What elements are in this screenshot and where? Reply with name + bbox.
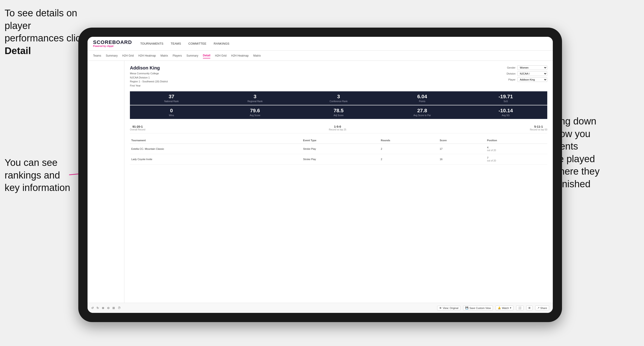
stat-national-rank: 37 National Rank xyxy=(130,91,213,105)
tab-summary2[interactable]: Summary xyxy=(186,53,198,58)
tab-h2h-grid[interactable]: H2H Grid xyxy=(122,53,134,58)
table-row: Lady Coyote Invite Stroke Play 2 16 7 ou… xyxy=(130,154,547,165)
watch-icon: 🔔 xyxy=(498,306,501,309)
position-1: 4 out of 20 xyxy=(486,144,547,154)
main-content: Addison King Mesa Community College NJCA… xyxy=(88,61,553,303)
stats-grid-row1: 37 National Rank 3 Regional Rank 3 Confe… xyxy=(130,91,547,105)
tab-matrix2[interactable]: Matrix xyxy=(253,53,261,58)
app-content: SCOREBOARD Powered by clippd TOURNAMENTS… xyxy=(88,37,553,313)
left-panel xyxy=(88,61,124,303)
th-blank xyxy=(278,137,302,144)
th-rounds: Rounds xyxy=(379,137,438,144)
player-header: Addison King Mesa Community College NJCA… xyxy=(130,65,547,88)
watch-btn[interactable]: 🔔 Watch ▾ xyxy=(496,306,514,310)
chevron-down-icon: ▾ xyxy=(510,306,511,309)
stat-conference-rank: 3 Conference Rank xyxy=(297,91,380,105)
nav-teams[interactable]: TEAMS xyxy=(171,41,181,46)
stat-avg-sg: -10.14 Avg SG xyxy=(464,105,547,119)
secondary-nav: Teams Summary H2H Grid H2H Heatmap Matri… xyxy=(88,51,553,61)
tab-teams[interactable]: Teams xyxy=(93,53,101,58)
table-row: Estella CC- Mountain Classic Stroke Play… xyxy=(130,144,547,154)
stats-grid-row2: 0 Wins 79.6 Avg Score 78.5 Adj Score 2 xyxy=(130,105,547,119)
player-filters: Gender Women Men Division NJCAA I xyxy=(506,65,547,82)
nav-tournaments[interactable]: TOURNAMENTS xyxy=(140,41,163,46)
th-event-type: Event Type xyxy=(302,137,379,144)
record-overall: 91-20-1 Overall Record xyxy=(130,125,145,131)
zoom-icon[interactable]: ⊕ xyxy=(102,306,104,310)
logo-powered: Powered by clippd xyxy=(93,45,132,47)
nav-items: TOURNAMENTS TEAMS COMMITTEE RANKINGS xyxy=(140,41,230,46)
gender-select[interactable]: Women Men xyxy=(517,65,547,70)
tab-h2h-heatmap2[interactable]: H2H Heatmap xyxy=(231,53,248,58)
player-region: Region 1 - Southwest (18) District xyxy=(130,80,168,84)
logo-scoreboard: SCOREBOARD xyxy=(93,40,132,45)
th-position: Position xyxy=(486,137,547,144)
event-type-2: Stroke Play xyxy=(302,154,379,165)
zoom-out-icon[interactable]: ⊖ xyxy=(107,306,110,310)
stat-adj-score: 78.5 Adj Score xyxy=(297,105,380,119)
records-row: 91-20-1 Overall Record 1-5-0 Record vs t… xyxy=(130,123,547,133)
tournament-table: Tournament Event Type Rounds Score Posit… xyxy=(130,137,547,165)
filter-division: Division NJCAA I NJCAA II xyxy=(506,71,547,76)
logo-area: SCOREBOARD Powered by clippd xyxy=(93,40,132,47)
stat-avg-score-par: 27.8 Avg Score to Par xyxy=(380,105,464,119)
stat-regional-rank: 3 Regional Rank xyxy=(214,91,297,105)
grid-icon-btn[interactable]: ⊞ xyxy=(526,306,532,310)
th-tournament: Tournament xyxy=(130,137,278,144)
event-type-1: Stroke Play xyxy=(302,144,379,154)
score-1: 17 xyxy=(438,144,486,154)
screen-icon-btn[interactable]: ⬜ xyxy=(516,306,524,310)
stat-points: 6.04 Points xyxy=(380,91,464,105)
player-info: Addison King Mesa Community College NJCA… xyxy=(130,65,168,88)
top-nav: SCOREBOARD Powered by clippd TOURNAMENTS… xyxy=(88,37,553,51)
tab-players[interactable]: Players xyxy=(172,53,182,58)
stat-sos: -19.71 SoS xyxy=(464,91,547,105)
tablet-frame: SCOREBOARD Powered by clippd TOURNAMENTS… xyxy=(78,28,562,322)
filter-player: Player Addison King xyxy=(508,77,547,82)
record-top50: 5-11-1 Record vs top 50 xyxy=(530,125,547,131)
nav-rankings[interactable]: RANKINGS xyxy=(214,41,230,46)
bottom-toolbar: ↺ ↻ ⊕ ⊖ ⊞ ⏱ 👁 View: Original 💾 Save Cust… xyxy=(88,303,553,313)
stat-wins: 0 Wins xyxy=(130,105,213,119)
stat-avg-score: 79.6 Avg Score xyxy=(214,105,297,119)
player-division: NJCAA Division 1 xyxy=(130,76,168,80)
rounds-1: 2 xyxy=(379,144,438,154)
tournament-name-2: Lady Coyote Invite xyxy=(130,154,302,165)
player-select[interactable]: Addison King xyxy=(517,77,547,82)
player-name: Addison King xyxy=(130,65,168,71)
undo-icon[interactable]: ↺ xyxy=(91,306,94,310)
detail-panel: Addison King Mesa Community College NJCA… xyxy=(124,61,553,303)
share-icon: ↗ xyxy=(537,306,540,309)
layout-icon[interactable]: ⊞ xyxy=(112,306,115,310)
tab-summary[interactable]: Summary xyxy=(106,53,118,58)
view-original-btn[interactable]: 👁 View: Original xyxy=(437,306,460,310)
tournament-name-1: Estella CC- Mountain Classic xyxy=(130,144,302,154)
share-btn[interactable]: ↗ Share xyxy=(535,306,549,310)
tab-h2h-grid2[interactable]: H2H Grid xyxy=(215,53,226,58)
record-top25: 1-5-0 Record vs top 25 xyxy=(329,125,346,131)
division-select[interactable]: NJCAA I NJCAA II xyxy=(517,71,547,76)
tablet-screen: SCOREBOARD Powered by clippd TOURNAMENTS… xyxy=(88,37,553,313)
redo-icon[interactable]: ↻ xyxy=(96,306,99,310)
refresh-icon[interactable]: ⏱ xyxy=(118,306,121,310)
nav-committee[interactable]: COMMITTEE xyxy=(188,41,206,46)
save-icon: 💾 xyxy=(465,306,468,309)
save-custom-btn[interactable]: 💾 Save Custom View xyxy=(463,306,493,310)
score-2: 16 xyxy=(438,154,486,165)
position-2: 7 out of 20 xyxy=(486,154,547,165)
tab-matrix[interactable]: Matrix xyxy=(160,53,168,58)
tab-h2h-heatmap[interactable]: H2H Heatmap xyxy=(138,53,156,58)
filter-gender: Gender Women Men xyxy=(507,65,547,70)
rounds-2: 2 xyxy=(379,154,438,165)
player-year: First Year xyxy=(130,84,168,88)
eye-icon: 👁 xyxy=(439,307,442,309)
th-score: Score xyxy=(438,137,486,144)
tab-detail[interactable]: Detail xyxy=(203,53,210,58)
player-school: Mesa Community College xyxy=(130,72,168,76)
